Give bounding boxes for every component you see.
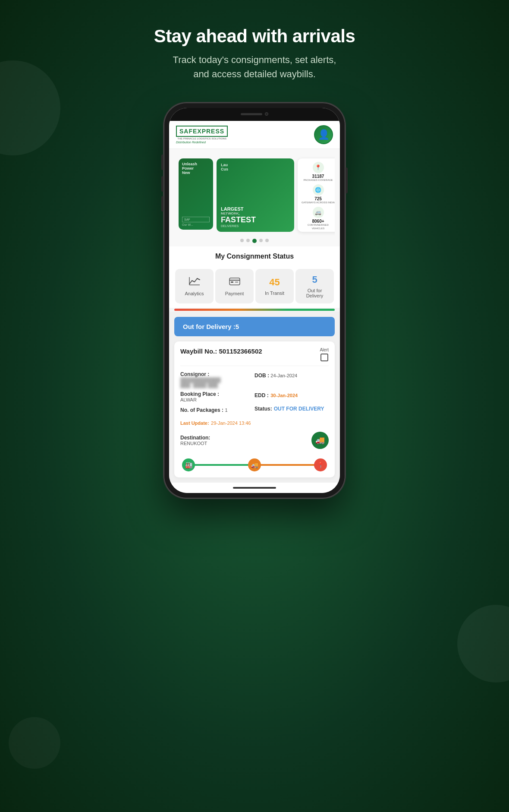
logo-tagline: Distribution Redefined xyxy=(176,141,228,144)
stats-grid: 📍 31187 PACKAGES COVERAGE 🛣️ 2088 DIRECT… xyxy=(301,162,335,232)
dot-0[interactable] xyxy=(240,239,244,242)
booking-place-label: Booking Place : xyxy=(180,391,255,397)
analytics-label: Analytics xyxy=(185,291,204,296)
waybill-details: Consignor : ███████████████, ████ ███ DO… xyxy=(180,371,329,471)
stat-label-vehicles: CONTAINERISED VEHICLES xyxy=(301,224,335,230)
avatar-button[interactable]: 👤 xyxy=(314,125,333,144)
destination-value: RENUKOOT xyxy=(180,441,210,446)
tile-in-transit[interactable]: 45 In Transit xyxy=(255,269,294,303)
edd-label: EDD : xyxy=(255,392,269,398)
waybill-number-label: Waybill No.: xyxy=(180,348,219,355)
stat-label-packages: PACKAGES COVERAGE xyxy=(303,179,333,182)
packages-left: No. of Packages : 1 xyxy=(180,406,255,414)
alert-checkbox[interactable] xyxy=(320,354,328,361)
waybill-number-value: 501152366502 xyxy=(219,348,262,355)
tile-analytics[interactable]: Analytics xyxy=(175,269,214,303)
last-update-value: 29-Jan-2024 13:46 xyxy=(211,420,251,426)
delivery-header-button[interactable]: Out for Delivery :5 xyxy=(174,317,335,336)
waybill-header: Waybill No.: 501152366502 Alert xyxy=(180,348,329,366)
consignor-row: Consignor : ███████████████, ████ ███ DO… xyxy=(180,371,329,388)
speaker xyxy=(241,113,262,115)
track-end-node: 📍 xyxy=(314,458,327,471)
destination-label: Destination: xyxy=(180,435,210,441)
stat-gateways: 🌐 725 GATEWAYS ACROSS INDIA xyxy=(301,184,335,204)
last-update-label: Last Update: xyxy=(180,420,209,426)
stat-num-gateways: 725 xyxy=(314,196,322,201)
tile-out-delivery[interactable]: 5 Out forDelivery xyxy=(295,269,334,303)
notch xyxy=(224,108,285,120)
tile-payment[interactable]: Payment xyxy=(215,269,254,303)
status-right: Status: OUT FOR DELIVERY xyxy=(255,406,329,412)
payment-label: Payment xyxy=(225,291,244,296)
in-transit-number: 45 xyxy=(269,277,280,288)
logo-text: SAFEXPRESS xyxy=(179,128,224,135)
logo-area: SAFEXPRESS THE PINNACLE LOGISTICS SOLUTI… xyxy=(176,126,228,144)
slide-number: 01 xyxy=(221,208,241,228)
stat-icon-vehicles: 🚐 xyxy=(313,207,324,218)
dot-4[interactable] xyxy=(265,239,269,242)
svg-rect-2 xyxy=(229,278,240,285)
booking-place-value: ALWAR xyxy=(180,397,255,402)
status-label: Status: xyxy=(255,406,272,412)
payment-icon xyxy=(229,276,241,288)
avatar-icon: 👤 xyxy=(318,129,330,140)
dot-3[interactable] xyxy=(259,239,263,242)
logo-sub: THE PINNACLE LOGISTICS SOLUTIONS xyxy=(176,137,228,140)
phone-screen: SAFEXPRESS THE PINNACLE LOGISTICS SOLUTI… xyxy=(169,108,340,493)
booking-row: Booking Place : ALWAR EDD : 30-Jan-2024 xyxy=(180,391,329,402)
analytics-icon xyxy=(189,276,201,288)
consignor-label: Consignor : xyxy=(180,371,255,377)
edd-right: EDD : 30-Jan-2024 xyxy=(255,391,329,399)
destination-info: Destination: RENUKOOT xyxy=(180,435,210,446)
phone-outer-frame: SAFEXPRESS THE PINNACLE LOGISTICS SOLUTI… xyxy=(164,103,345,498)
status-row: Status: OUT FOR DELIVERY xyxy=(255,406,329,412)
edd-value: 30-Jan-2024 xyxy=(270,393,298,398)
consignment-section-title: My Consignment Status xyxy=(169,246,340,265)
main-card-top: LauCus xyxy=(221,163,290,171)
last-update-row: Last Update: 29-Jan-2024 13:46 xyxy=(180,419,329,427)
packages-value: 1 xyxy=(225,408,227,413)
app-header: SAFEXPRESS THE PINNACLE LOGISTICS SOLUTI… xyxy=(169,121,340,149)
stats-card: 📍 31187 PACKAGES COVERAGE 🛣️ 2088 DIRECT… xyxy=(298,158,335,232)
partial-our-text: Our W... xyxy=(182,223,210,226)
dob-value: 24-Jan-2024 xyxy=(270,373,297,378)
promo-card-partial: Unleash Power New SAF Our W... xyxy=(179,158,213,230)
main-promo-card: LauCus LARGEST NETWORK, FASTEST DELIVERI… xyxy=(217,158,294,232)
dot-1[interactable] xyxy=(246,239,250,242)
out-delivery-number: 5 xyxy=(312,274,317,285)
destination-row: Destination: RENUKOOT 🚚 xyxy=(180,432,329,449)
in-transit-label: In Transit xyxy=(265,291,284,296)
partial-text-2: Power xyxy=(182,166,210,171)
carousel-slides: Unleash Power New SAF Our W... LauCus LA… xyxy=(174,154,335,235)
status-value: OUT FOR DELIVERY xyxy=(274,406,324,412)
track-middle-node: 🚚 xyxy=(248,458,261,471)
partial-text-3: New xyxy=(182,171,210,175)
carousel-dots xyxy=(169,235,340,246)
progress-strip xyxy=(174,309,335,311)
track-line-orange xyxy=(259,464,320,466)
alert-box: Alert xyxy=(320,348,329,361)
stat-label-gateways: GATEWAYS ACROSS INDIA xyxy=(302,201,335,204)
phone-mockup: SAFEXPRESS THE PINNACLE LOGISTICS SOLUTI… xyxy=(164,103,345,498)
bg-decor-circle-left xyxy=(0,60,60,155)
consignor-left: Consignor : ███████████████, ████ ███ xyxy=(180,371,255,388)
svg-rect-4 xyxy=(231,281,233,283)
alert-label: Alert xyxy=(320,348,329,352)
hero-title: Stay ahead with arrivals xyxy=(154,26,355,47)
bg-decor-circle-bottom xyxy=(9,717,60,769)
bg-decor-circle-right xyxy=(457,605,509,682)
stat-icon-gateways: 🌐 xyxy=(313,184,324,196)
dob-label: DOB : xyxy=(255,373,270,379)
camera xyxy=(265,112,268,116)
destination-truck-icon: 🚚 xyxy=(311,432,329,449)
delivery-section: Out for Delivery :5 Waybill No.: 5011523… xyxy=(169,312,340,483)
carousel-area: Unleash Power New SAF Our W... LauCus LA… xyxy=(169,149,340,235)
partial-safex-logo: SAF xyxy=(182,217,210,222)
stat-packages: 📍 31187 PACKAGES COVERAGE xyxy=(301,162,335,182)
hero-section: Stay ahead with arrivals Track today's c… xyxy=(154,26,355,81)
stat-num-packages: 31187 xyxy=(312,174,324,179)
card-lau-text: LauCus xyxy=(221,163,290,171)
notch-bar xyxy=(169,108,340,121)
booking-left: Booking Place : ALWAR xyxy=(180,391,255,402)
dot-2[interactable] xyxy=(252,239,257,243)
